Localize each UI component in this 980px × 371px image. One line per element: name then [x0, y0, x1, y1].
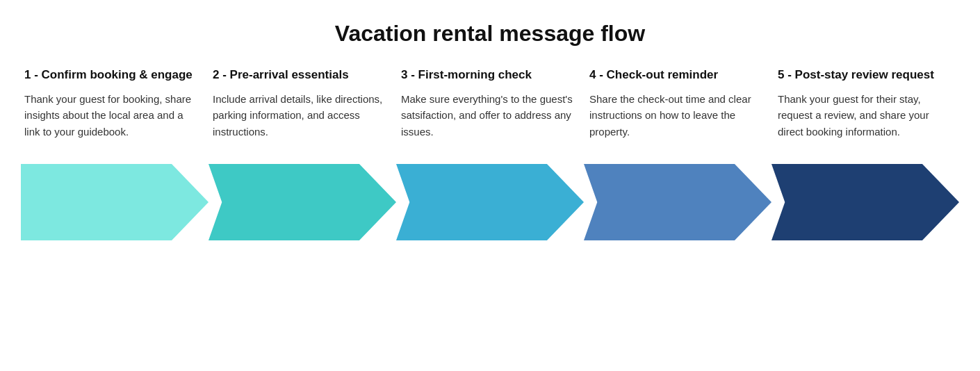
step-5-title: 5 - Post-stay review request	[778, 67, 952, 83]
arrow-3	[396, 160, 584, 244]
arrow-1	[21, 160, 209, 244]
step-1-title: 1 - Confirm booking & engage	[24, 67, 199, 83]
step-2-body: Include arrival details, like directions…	[213, 91, 387, 140]
steps-row: 1 - Confirm booking & engageThank your g…	[21, 67, 959, 154]
step-1-body: Thank your guest for booking, share insi…	[24, 91, 199, 140]
step-4-body: Share the check-out time and clear instr…	[589, 91, 764, 140]
arrow-5	[771, 160, 959, 244]
step-2-title: 2 - Pre-arrival essentials	[213, 67, 387, 83]
step-5-body: Thank your guest for their stay, request…	[778, 91, 952, 140]
arrows-row	[21, 160, 959, 244]
step-3-title: 3 - First-morning check	[401, 67, 575, 83]
step-4: 4 - Check-out reminderShare the check-ou…	[582, 67, 771, 154]
step-2: 2 - Pre-arrival essentialsInclude arriva…	[206, 67, 394, 154]
step-4-title: 4 - Check-out reminder	[589, 67, 764, 83]
step-3: 3 - First-morning checkMake sure everyth…	[394, 67, 582, 154]
step-1: 1 - Confirm booking & engageThank your g…	[21, 67, 206, 154]
arrow-4	[584, 160, 771, 244]
flow-container: 1 - Confirm booking & engageThank your g…	[21, 67, 959, 244]
page-title: Vacation rental message flow	[21, 21, 959, 47]
step-3-body: Make sure everything's to the guest's sa…	[401, 91, 575, 140]
arrow-2	[209, 160, 396, 244]
step-5: 5 - Post-stay review requestThank your g…	[771, 67, 959, 154]
